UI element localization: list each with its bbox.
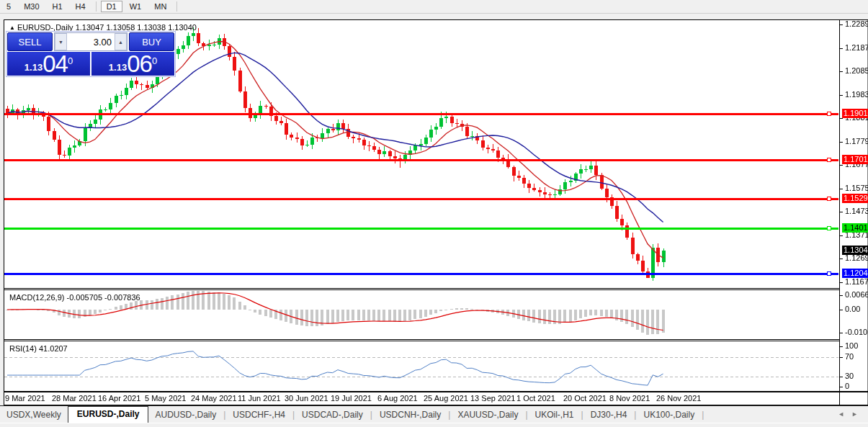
date-axis-label: 25 Aug 2021 [424,394,468,403]
buy-button[interactable]: BUY [129,32,174,51]
timeframe-5[interactable]: 5 [1,1,17,12]
tab-ukoil-h1[interactable]: UKOil-,H1 [529,408,581,423]
toolbar-separator [176,1,177,12]
price-axis-label: 1.20850 [845,66,868,75]
price-axis-label: 1.14730 [845,207,868,215]
tab-xauusd-daily[interactable]: XAUUSD-,Daily [451,408,524,423]
date-axis-label: 6 Aug 2021 [377,394,418,403]
timeframe-h1[interactable]: H1 [47,1,68,12]
tab-usdcnh-daily[interactable]: USDCNH-,Daily [373,408,447,423]
tab-eurusd-daily[interactable]: EURUSD-,Daily [68,406,149,423]
price-axis-label: 1.15750 [845,184,868,192]
tab-uk100-daily[interactable]: UK100-,Daily [637,408,701,423]
timeframe-toolbar[interactable]: 5M30H1H4D1W1MN [0,0,868,14]
tab-scroll-left-icon[interactable]: ◄ [838,410,851,418]
price-axis-label: 1.21870 [845,43,868,52]
rsi-axis-label: 0 [845,382,849,390]
sell-price-sup: 0 [68,50,73,72]
sell-price-big: 04 [42,53,68,75]
mt4-workspace: 5M30H1H4D1W1MN ▲ EURUSD-,Daily 1.13047 1… [0,0,868,427]
chart-tab-bar: USDX,WeeklyEURUSD-,DailyAUDUSD-,Daily|US… [0,405,868,423]
tab-usdx-weekly[interactable]: USDX,Weekly [0,408,68,423]
tab-usdchf-h4[interactable]: USDCHF-,H4 [226,408,292,423]
price-axis-label: 1.19830 [845,90,868,99]
tab-separator: | [701,410,704,423]
chart-window: ▲ EURUSD-,Daily 1.13047 1.13058 1.13038 … [4,19,868,405]
rsi-axis-label: 30 [845,372,854,380]
rsi-indicator-label: RSI(14) 41.0207 [9,344,68,353]
status-strip [0,423,868,427]
collapse-triangle-icon[interactable]: ▲ [9,24,15,31]
date-axis-label: 30 Jun 2021 [285,394,328,403]
rsi-axis-label: 100 [845,341,858,350]
buy-price-base: 1.13 [109,60,127,75]
tab-scroll-right-icon[interactable]: ► [851,410,865,418]
rsi-axis-label: 70 [845,352,854,361]
macd-axis-label: 0.006611 [845,290,868,299]
timeframe-m30[interactable]: M30 [18,1,45,12]
date-axis-label: 26 Nov 2021 [656,394,701,403]
timeframe-mn[interactable]: MN [148,1,172,12]
price-line-badge: 1.15299 [842,194,868,203]
timeframe-w1[interactable]: W1 [124,1,148,12]
price-line-badge: 1.19010 [842,109,868,118]
date-axis-label: 28 Mar 2021 [52,394,97,403]
buy-price-display[interactable]: 1.13 06 0 [91,52,174,76]
date-axis-label: 8 Nov 2021 [609,394,650,403]
toolbar-separator [96,1,97,12]
price-axis-label: 1.22890 [845,19,868,28]
date-axis-label: 1 Oct 2021 [516,394,555,403]
current-price-badge: 1.13040 [842,246,868,255]
sell-button[interactable]: SELL [7,32,53,51]
price-axis-label: 1.11670 [845,277,868,286]
date-axis-label: 9 Mar 2021 [5,394,45,403]
price-axis-label: 1.17790 [845,137,868,145]
sell-price-display[interactable]: 1.13 04 0 [7,52,90,76]
price-line-badge: 1.12042 [842,269,868,278]
date-axis-label: 11 Jun 2021 [238,394,281,403]
timeframe-d1[interactable]: D1 [101,1,122,12]
macd-axis-label: 0.00 [845,305,860,313]
tab-audusd-daily[interactable]: AUDUSD-,Daily [148,408,223,423]
date-axis-label: 20 Oct 2021 [563,394,607,403]
one-click-trade-panel: SELL ▼ ▲ BUY 1.13 04 0 1.13 06 0 [6,31,176,77]
volume-decrease-button[interactable]: ▼ [55,33,67,50]
tab-scroll-arrows: ◄► [838,410,865,418]
price-line-badge: 1.17012 [842,155,868,164]
buy-price-sup: 0 [152,50,157,72]
volume-input[interactable] [67,33,115,50]
tab-dj30-h4[interactable]: DJ30-,H4 [584,408,634,423]
date-axis-label: 16 Apr 2021 [98,394,140,403]
sell-price-base: 1.13 [24,60,42,75]
chart-plot-canvas[interactable] [4,19,868,405]
volume-increase-button[interactable]: ▲ [115,33,127,50]
date-axis-label: 5 May 2021 [145,394,186,403]
macd-axis-label: -0.010591 [845,328,868,336]
date-axis-label: 24 May 2021 [191,394,237,403]
buy-price-big: 06 [127,53,152,75]
date-axis-label: 13 Sep 2021 [470,394,515,403]
macd-indicator-label: MACD(12,26,9) -0.005705 -0.007836 [9,293,140,302]
tab-usdcad-daily[interactable]: USDCAD-,Daily [295,408,370,423]
timeframe-h4[interactable]: H4 [70,1,91,12]
date-axis-label: 19 Jul 2021 [331,394,372,403]
price-line-badge: 1.14017 [842,223,868,233]
